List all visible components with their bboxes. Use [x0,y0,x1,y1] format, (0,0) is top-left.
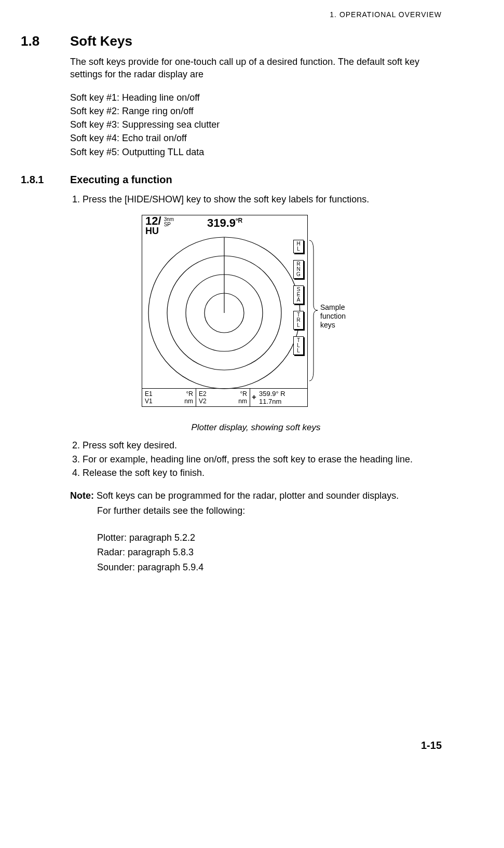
e1-unit: °R [186,390,193,398]
v1-unit: nm [184,398,193,405]
bracket-label-1: Sample function [320,303,346,320]
subsection-title: Executing a function [70,174,172,186]
bearing-value: 319.9 [207,216,236,229]
bracket-label: Sample function keys [320,303,370,329]
note-label: Note: [70,490,94,501]
softkey-column: HL RNG SEA TRL TLL [293,240,304,355]
softkey-default-3: Soft key #3: Suppressing sea clutter [70,118,442,131]
e2-label: E2 [199,390,207,398]
note-line2: For further details see the following: [97,504,442,517]
bearing-unit: ºR [236,217,242,224]
note-block: Note: Soft keys can be programmed for th… [70,489,442,573]
cursor-plus-icon: + [252,392,256,402]
note-line1: Soft keys can be programmed for the rada… [94,490,399,501]
cursor-bearing: 359.9° R [259,390,305,398]
bracket-label-2: keys [320,321,335,329]
v2-unit: nm [238,398,247,405]
cursor-range: 11.7nm [259,398,305,406]
v2-label: V2 [199,398,207,405]
softkey-sea: SEA [293,285,304,304]
section-number: 1.8 [21,33,70,49]
steps-list-b: Press soft key desired. For or example, … [70,439,442,479]
range-rings [147,236,301,390]
chapter-header: 1. OPERATIONAL OVERVIEW [21,10,442,19]
section-heading: 1.8 Soft Keys [21,33,442,49]
e2-unit: °R [240,390,247,398]
subsection-number: 1.8.1 [21,174,70,186]
bottom-info-bar: E1°R V1nm E2°R V2nm + 359.9° R 11.7nm [142,388,307,406]
steps-list-a: Press the [HIDE/SHOW] key to show the so… [70,193,442,206]
softkey-tll: TLL [293,336,304,355]
softkey-default-1: Soft key #1: Heading line on/off [70,91,442,104]
e1-label: E1 [145,390,153,398]
intro-paragraph: The soft keys provide for one-touch call… [70,56,442,81]
softkey-default-list: Soft key #1: Heading line on/off Soft ke… [70,91,442,158]
softkey-default-5: Soft key #5: Outputting TLL data [70,146,442,158]
subsection-heading: 1.8.1 Executing a function [21,174,442,186]
step-2: Press soft key desired. [83,439,442,452]
softkey-rng: RNG [293,260,304,279]
radar-figure: 12/ 3nm SP HU 319.9ºR [142,215,370,420]
ebl-vrm-1: E1°R V1nm [142,389,196,406]
softkey-default-4: Soft key #4: Echo trail on/off [70,132,442,144]
heading-bearing: 319.9ºR [142,215,307,231]
ebl-vrm-2: E2°R V2nm [196,389,250,406]
note-ref-1: Plotter: paragraph 5.2.2 [97,531,442,544]
step-3: For or example, heading line on/off, pre… [83,453,442,466]
figure-container: 12/ 3nm SP HU 319.9ºR [70,215,442,420]
section-title: Soft Keys [70,33,132,49]
v1-label: V1 [145,398,153,405]
note-ref-3: Sounder: paragraph 5.9.4 [97,561,442,573]
softkey-hl: HL [293,240,304,253]
radar-display-box: 12/ 3nm SP HU 319.9ºR [142,215,308,407]
page-number: 1-15 [21,740,442,751]
step-1: Press the [HIDE/SHOW] key to show the so… [83,193,442,206]
note-ref-2: Radar: paragraph 5.8.3 [97,546,442,558]
softkey-default-2: Soft key #2: Range ring on/off [70,105,442,117]
step-4: Release the soft key to finish. [83,467,442,479]
cursor-readout: + 359.9° R 11.7nm [250,389,307,406]
softkey-trl: TRL [293,311,304,330]
bracket-icon [309,240,318,381]
figure-caption: Plotter display, showing soft keys [70,422,442,434]
